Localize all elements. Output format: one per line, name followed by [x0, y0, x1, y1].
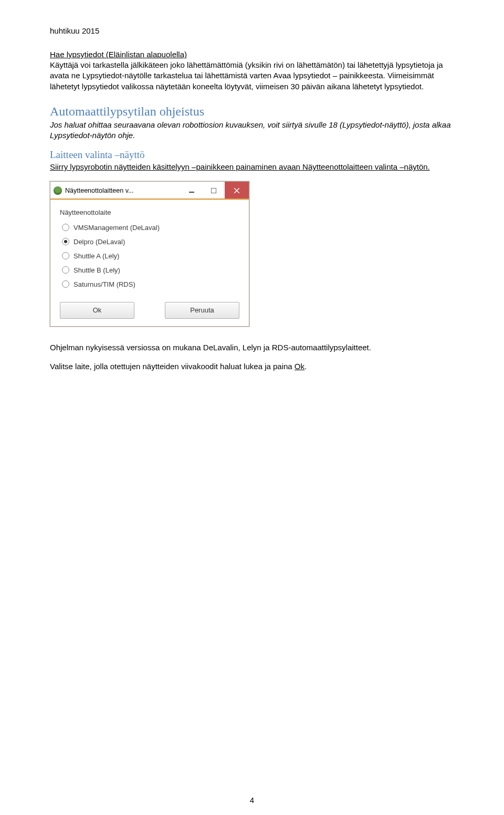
button-row: Ok Peruuta — [60, 302, 239, 319]
radio-label: VMSManagement (DeLaval) — [74, 224, 160, 232]
section4-para2-ok: Ok — [295, 362, 304, 371]
radio-icon — [62, 252, 69, 259]
section1-title: Hae lypsytiedot (Eläinlistan alapuolella… — [50, 50, 454, 59]
header-date: huhtikuu 2015 — [50, 26, 454, 35]
close-button[interactable] — [225, 182, 249, 200]
section4-para2-a: Valitse laite, jolla otettujen näytteide… — [50, 362, 295, 371]
radio-icon — [62, 266, 69, 274]
document-page: huhtikuu 2015 Hae lypsytiedot (Eläinlist… — [0, 0, 504, 815]
section3-para-text: Siirry lypsyrobotin näytteiden käsittely… — [50, 162, 430, 171]
section2-heading: Automaattilypsytilan ohjeistus — [50, 105, 454, 119]
maximize-icon — [211, 188, 216, 193]
radio-label: Shuttle B (Lely) — [74, 266, 120, 274]
radio-icon — [62, 238, 69, 245]
section2-para: Jos haluat ohittaa seuraavana olevan rob… — [50, 120, 454, 141]
section2-para-text: Jos haluat ohittaa seuraavana olevan rob… — [50, 120, 451, 140]
device-select-dialog: Näytteenottolaitteen v... Näytteenottola… — [50, 181, 249, 327]
group-label: Näytteenottolaite — [60, 208, 239, 216]
radio-icon — [62, 280, 69, 288]
radio-option-shuttle-a[interactable]: Shuttle A (Lely) — [60, 252, 239, 260]
section4-para2: Valitse laite, jolla otettujen näytteide… — [50, 361, 454, 372]
radio-label: Shuttle A (Lely) — [74, 252, 119, 260]
section4-para1: Ohjelman nykyisessä versiossa on mukana … — [50, 342, 454, 353]
radio-icon — [62, 224, 69, 231]
svg-rect-1 — [211, 188, 216, 193]
dialog-titlebar: Näytteenottolaitteen v... — [50, 182, 249, 200]
dialog-body: Näytteenottolaite VMSManagement (DeLaval… — [50, 200, 249, 326]
close-icon — [234, 188, 239, 193]
radio-label: Saturnus/TIM (RDS) — [74, 280, 135, 288]
section3-heading: Laitteen valinta –näyttö — [50, 149, 454, 161]
maximize-button[interactable] — [203, 182, 225, 200]
section3-para: Siirry lypsyrobotin näytteiden käsittely… — [50, 162, 454, 172]
radio-option-saturnus[interactable]: Saturnus/TIM (RDS) — [60, 280, 239, 288]
section1-para: Käyttäjä voi tarkastella jälkikäteen jok… — [50, 60, 454, 92]
dialog-title-left: Näytteenottolaitteen v... — [50, 182, 181, 200]
page-number: 4 — [0, 796, 504, 804]
cancel-button[interactable]: Peruuta — [165, 302, 239, 319]
app-icon — [54, 186, 62, 195]
dialog-title-text: Näytteenottolaitteen v... — [65, 187, 133, 194]
radio-option-delpro[interactable]: Delpro (DeLaval) — [60, 238, 239, 246]
section4-para2-b: . — [304, 362, 307, 371]
minimize-button[interactable] — [181, 182, 203, 200]
radio-option-shuttle-b[interactable]: Shuttle B (Lely) — [60, 266, 239, 274]
radio-label: Delpro (DeLaval) — [74, 238, 125, 246]
ok-button[interactable]: Ok — [60, 302, 134, 319]
svg-rect-0 — [189, 192, 194, 193]
minimize-icon — [189, 188, 194, 193]
radio-option-vms[interactable]: VMSManagement (DeLaval) — [60, 224, 239, 232]
caption-buttons — [181, 182, 249, 200]
